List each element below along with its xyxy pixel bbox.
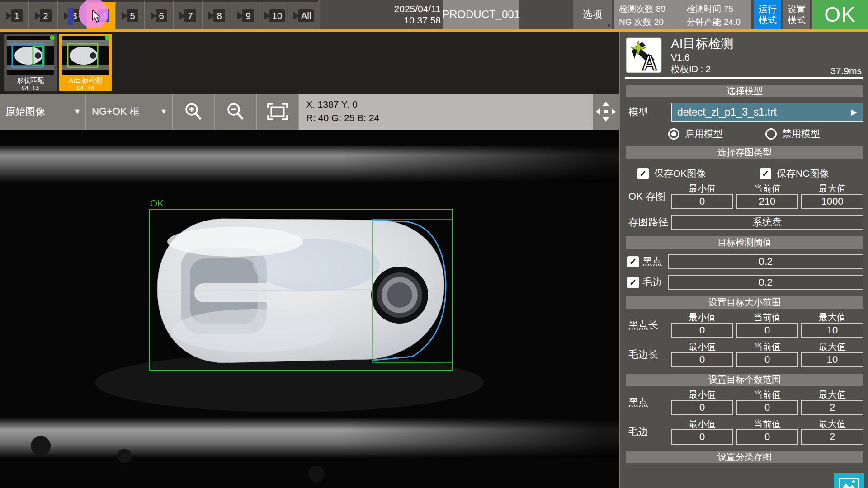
black-spot-count-min-input[interactable]: 0 bbox=[671, 400, 733, 415]
burr-length-current: 0 bbox=[736, 352, 798, 367]
tool-thumbnail-ai-detect-selected[interactable]: AI目标检测 C4_T4 bbox=[59, 33, 112, 91]
camera-tab-bar: 1 2 3 4 5 6 7 8 9 10 All bbox=[0, 0, 320, 29]
camera-icon: 10 bbox=[264, 9, 285, 22]
thumbnail-image bbox=[62, 36, 109, 75]
save-path-label: 存图路径 bbox=[626, 216, 671, 229]
section-header-select-model: 选择模型 bbox=[626, 85, 863, 97]
model-dropdown[interactable]: detect_zl_p1_3_s1.trt bbox=[671, 103, 863, 122]
zoom-in-button[interactable] bbox=[173, 94, 215, 130]
tab-camera-9[interactable]: 9 bbox=[231, 0, 260, 29]
tool-id: C4_T4 bbox=[76, 84, 94, 91]
black-spot-length-current: 0 bbox=[736, 323, 798, 338]
burr-count-min-input[interactable]: 0 bbox=[671, 429, 733, 445]
zoom-out-icon bbox=[226, 102, 245, 122]
burr-length-max-input[interactable]: 10 bbox=[801, 352, 863, 367]
statistics-display: 检测次数89 检测时间75 NG 次数20 分钟产能24.0 bbox=[614, 0, 751, 29]
setting-mode-button[interactable]: 设置模式 bbox=[783, 0, 810, 29]
section-header-count-range: 设置目标个数范围 bbox=[626, 374, 863, 386]
tool-id: C4_T3 bbox=[21, 84, 39, 91]
elapsed-time: 37.9ms bbox=[830, 66, 862, 76]
camera-icon: 5 bbox=[122, 9, 138, 22]
black-spot-count-max-input[interactable]: 2 bbox=[801, 400, 863, 415]
inspection-image-viewer[interactable]: OK bbox=[0, 130, 619, 488]
accent-strip bbox=[0, 29, 868, 32]
image-source-dropdown[interactable]: 原始图像 bbox=[0, 94, 86, 130]
viewer-toolbar: 原始图像 NG+OK 框 X: 1387 Y: 0 R: 40 G: 25 B:… bbox=[0, 94, 619, 130]
divider bbox=[620, 469, 868, 469]
datetime-display: 2025/04/11 10:37:58 bbox=[348, 3, 441, 26]
tab-camera-8[interactable]: 8 bbox=[203, 0, 231, 29]
display-mode-dropdown[interactable]: NG+OK 框 bbox=[86, 94, 173, 130]
tool-thumbnail-shape-match[interactable]: 形状匹配 C4_T3 bbox=[4, 33, 57, 91]
pixel-info-readout: X: 1387 Y: 0 R: 40 G: 25 B: 24 bbox=[299, 94, 593, 130]
black-spot-length-min-input[interactable]: 0 bbox=[671, 323, 733, 338]
black-spot-count-row: 黑点 最小值 当前值 最大值 0 0 2 bbox=[626, 389, 863, 415]
black-spot-checkbox[interactable] bbox=[627, 256, 639, 267]
status-dot bbox=[105, 35, 110, 40]
radio-checked-icon bbox=[668, 128, 679, 140]
ok-save-min-input[interactable]: 0 bbox=[671, 194, 733, 209]
inspection-image: OK bbox=[0, 130, 619, 488]
camera-icon: 8 bbox=[208, 9, 225, 22]
save-ok-checkbox[interactable]: 保存OK图像 bbox=[625, 167, 745, 180]
tab-camera-5[interactable]: 5 bbox=[116, 0, 145, 29]
coordinate-text: X: 1387 Y: 0 bbox=[306, 98, 593, 111]
tab-camera-2[interactable]: 2 bbox=[29, 0, 58, 29]
run-mode-button[interactable]: 运行模式 bbox=[754, 0, 781, 29]
zoom-out-button[interactable] bbox=[215, 94, 257, 130]
product-selector[interactable]: PRODUCT_001 bbox=[443, 0, 519, 29]
ok-save-current-input[interactable]: 210 bbox=[736, 194, 798, 209]
section-header-threshold: 目标检测阈值 bbox=[626, 236, 863, 249]
zoom-in-icon bbox=[184, 102, 203, 122]
date-text: 2025/04/11 bbox=[348, 3, 441, 14]
camera-icon: 6 bbox=[151, 9, 167, 22]
black-spot-length-row: 黑点长 最小值 当前值 最大值 0 0 10 bbox=[626, 312, 863, 338]
top-bar: 1 2 3 4 5 6 7 8 9 10 All 2025/04/11 10:3… bbox=[0, 0, 868, 29]
tool-title: 形状匹配 bbox=[17, 76, 44, 84]
ai-module-icon: A bbox=[626, 37, 662, 73]
add-image-icon bbox=[839, 478, 859, 488]
tool-settings-panel: A AI目标检测 V1.6 模板ID : 2 37.9ms 选择模型 模型 de… bbox=[619, 32, 868, 488]
chevron-down-icon bbox=[160, 108, 167, 116]
burr-threshold-input[interactable]: 0.2 bbox=[668, 275, 863, 290]
chevron-down-icon bbox=[74, 108, 81, 116]
thumbnail-image bbox=[7, 36, 54, 75]
tab-camera-1[interactable]: 1 bbox=[0, 0, 29, 29]
pan-tool-button[interactable] bbox=[593, 94, 619, 130]
fit-screen-icon bbox=[267, 103, 288, 121]
ok-save-max-input[interactable]: 1000 bbox=[801, 194, 863, 209]
svg-text:A: A bbox=[642, 51, 657, 73]
burr-count-max-input[interactable]: 2 bbox=[801, 429, 863, 445]
stat-rate: 分钟产能24.0 bbox=[687, 16, 751, 29]
disable-model-radio[interactable]: 禁用模型 bbox=[745, 127, 864, 140]
panel-title: AI目标检测 bbox=[671, 36, 733, 52]
burr-count-row: 毛边 最小值 当前值 最大值 0 0 2 bbox=[626, 419, 863, 445]
enable-model-radio[interactable]: 启用模型 bbox=[625, 127, 745, 140]
radio-unchecked-icon bbox=[765, 128, 777, 140]
tab-camera-6[interactable]: 6 bbox=[145, 0, 174, 29]
panel-version: V1.6 bbox=[671, 52, 733, 63]
tab-camera-10[interactable]: 10 bbox=[260, 0, 289, 29]
add-classify-image-button[interactable] bbox=[834, 473, 864, 488]
save-path-button[interactable]: 系统盘 bbox=[671, 215, 863, 230]
section-header-classify-save: 设置分类存图 bbox=[626, 451, 863, 463]
status-dot bbox=[50, 35, 55, 40]
black-spot-threshold-input[interactable]: 0.2 bbox=[668, 254, 863, 269]
section-header-size-range: 设置目标大小范围 bbox=[626, 296, 863, 309]
options-button[interactable]: 选项 bbox=[573, 0, 612, 29]
camera-icon: 2 bbox=[35, 9, 52, 22]
fit-screen-button[interactable] bbox=[257, 94, 299, 130]
result-status-badge: OK bbox=[812, 0, 868, 29]
stat-ng: NG 次数20 bbox=[619, 16, 687, 29]
tab-camera-7[interactable]: 7 bbox=[174, 0, 203, 29]
template-id: 模板ID : 2 bbox=[671, 63, 733, 75]
black-spot-label: 黑点 bbox=[639, 255, 668, 268]
tool-title: AI目标检测 bbox=[69, 76, 102, 84]
tab-camera-all[interactable]: All bbox=[289, 0, 318, 29]
save-ng-checkbox[interactable]: 保存NG图像 bbox=[745, 167, 864, 180]
burr-length-min-input[interactable]: 0 bbox=[671, 352, 733, 367]
burr-checkbox[interactable] bbox=[627, 277, 639, 288]
pan-icon bbox=[595, 101, 616, 122]
black-spot-length-max-input[interactable]: 10 bbox=[801, 323, 863, 338]
tool-thumbnail-strip: 形状匹配 C4_T3 AI目标检测 C4_T4 bbox=[0, 32, 619, 94]
